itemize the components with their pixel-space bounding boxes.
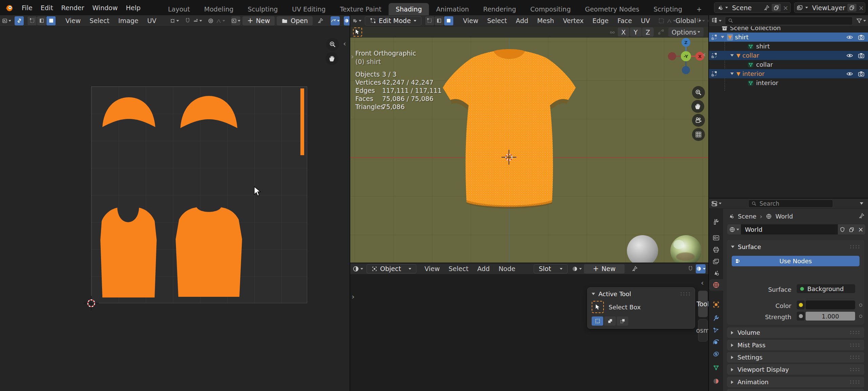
- tab-sculpting[interactable]: Sculpting: [241, 3, 285, 15]
- fake-user-shield-icon[interactable]: [838, 224, 847, 234]
- surface-collapse-icon[interactable]: [731, 246, 734, 248]
- shader-canvas[interactable]: › Active Tool Select Box: [350, 274, 708, 391]
- uv-menu-uv[interactable]: UV: [143, 17, 160, 24]
- hide-eye-icon[interactable]: [846, 70, 853, 77]
- vp-snap-magnet-icon[interactable]: [696, 16, 705, 25]
- panel-collapse-icon[interactable]: [592, 293, 595, 295]
- disable-render-camera-icon[interactable]: [858, 52, 865, 59]
- shader-sidebar-collapse-icon[interactable]: ‹: [701, 279, 704, 287]
- shader-menu-view[interactable]: View: [420, 265, 444, 272]
- object-name[interactable]: shirt: [735, 34, 749, 41]
- shader-menu-add[interactable]: Add: [473, 265, 494, 272]
- object-name[interactable]: interior: [743, 70, 765, 77]
- expand-chevron-icon[interactable]: [730, 54, 734, 57]
- tab-modeling[interactable]: Modeling: [197, 3, 240, 15]
- unlink-world-icon[interactable]: ×: [856, 224, 865, 234]
- panel-grip-handle[interactable]: [680, 292, 691, 296]
- unlink-scene-icon[interactable]: ×: [783, 4, 788, 12]
- strength-slider[interactable]: 1.000: [806, 312, 855, 321]
- options-dropdown[interactable]: Options: [668, 27, 704, 37]
- outliner-row-mesh-interior[interactable]: interior: [709, 78, 868, 87]
- face-select-icon[interactable]: [444, 16, 453, 25]
- vp-menu-mesh[interactable]: Mesh: [533, 17, 558, 24]
- material-browse-icon[interactable]: [572, 264, 582, 273]
- image-open-button[interactable]: Open: [277, 16, 313, 25]
- tab-output[interactable]: [709, 244, 723, 255]
- vp-proportional-donut-icon[interactable]: [706, 16, 708, 25]
- image-browse-icon[interactable]: [231, 16, 240, 25]
- uv-sidebar-collapse-icon[interactable]: ‹: [343, 40, 346, 47]
- disable-render-camera-icon[interactable]: [858, 70, 865, 77]
- vp-toggle-ortho-icon[interactable]: [692, 128, 705, 141]
- uv-snap-magnet-icon[interactable]: [183, 16, 192, 25]
- sidebar-tab-tool[interactable]: Tool: [698, 291, 708, 317]
- outliner-row-object-shirt[interactable]: ▼ shirt: [709, 33, 868, 42]
- expand-chevron-icon[interactable]: [721, 36, 724, 38]
- outliner-search-input[interactable]: [725, 17, 853, 25]
- tab-shading[interactable]: Shading: [389, 3, 429, 15]
- vp-menu-vertex[interactable]: Vertex: [559, 17, 588, 24]
- outliner-filter-icon[interactable]: [856, 16, 866, 25]
- mesh-name[interactable]: interior: [756, 79, 778, 86]
- display-channels-icon[interactable]: [344, 16, 350, 25]
- world-browse-icon[interactable]: [727, 224, 741, 234]
- transform-orientation-dropdown[interactable]: Global: [683, 16, 692, 25]
- mesh-name[interactable]: shirt: [756, 43, 770, 50]
- add-workspace-button[interactable]: +: [689, 3, 709, 15]
- pin-icon[interactable]: [764, 5, 770, 11]
- tab-animation[interactable]: Animation: [429, 3, 476, 15]
- tab-compositing[interactable]: Compositing: [523, 3, 578, 15]
- uv-zoom-icon[interactable]: [326, 38, 339, 51]
- vertex-select-icon[interactable]: [425, 16, 434, 25]
- shirt-mesh[interactable]: [440, 47, 578, 216]
- uv-pivot-icon[interactable]: [170, 16, 179, 25]
- copy-scene-icon[interactable]: [772, 4, 781, 12]
- tab-tool[interactable]: [709, 216, 723, 228]
- menu-window[interactable]: Window: [88, 4, 122, 12]
- tab-particles[interactable]: [709, 325, 723, 336]
- editor-type-outliner-icon[interactable]: [711, 16, 722, 25]
- navigation-gizmo[interactable]: Z X -Y: [667, 38, 705, 75]
- panel-volume[interactable]: Volume: [727, 327, 864, 338]
- uv-edit-overlay-icon[interactable]: [331, 16, 340, 25]
- tab-material[interactable]: [709, 375, 723, 387]
- pin-icon[interactable]: [859, 213, 865, 219]
- pin-icon[interactable]: [630, 264, 639, 273]
- uv-pan-hand-icon[interactable]: [326, 52, 338, 65]
- tab-rendering[interactable]: Rendering: [476, 3, 523, 15]
- color-keyframe-dot[interactable]: [859, 304, 862, 307]
- blender-logo-icon[interactable]: [5, 3, 14, 12]
- menu-help[interactable]: Help: [122, 4, 144, 12]
- outliner-row-mesh-shirt[interactable]: shirt: [709, 42, 868, 51]
- scene-selector[interactable]: Scene ×: [714, 2, 791, 13]
- uv-face-select-icon[interactable]: [46, 16, 56, 25]
- shader-type-dropdown[interactable]: Object: [367, 264, 416, 273]
- shader-menu-select[interactable]: Select: [445, 265, 473, 272]
- uv-proportional-editing-icon[interactable]: [206, 16, 215, 25]
- slot-dropdown[interactable]: Slot: [534, 264, 568, 273]
- shader-overlays-icon[interactable]: [696, 264, 706, 273]
- toolbar-expand-icon[interactable]: ›: [351, 53, 354, 60]
- viewlayer-selector[interactable]: ViewLayer ×: [794, 2, 865, 13]
- vp-zoom-icon[interactable]: [692, 86, 705, 99]
- world-name-field[interactable]: World: [741, 224, 838, 234]
- hide-eye-icon[interactable]: [846, 52, 853, 59]
- editor-type-3d-viewport-icon[interactable]: [352, 16, 361, 25]
- tab-view-layer[interactable]: [709, 256, 723, 267]
- expand-chevron-icon[interactable]: [730, 73, 734, 75]
- editor-type-properties-icon[interactable]: [711, 199, 722, 208]
- shader-snap-magnet-icon[interactable]: [686, 264, 695, 273]
- object-name[interactable]: collar: [743, 52, 759, 59]
- tab-scripting[interactable]: Scripting: [646, 3, 689, 15]
- shader-toolbar-expand-icon[interactable]: ›: [352, 293, 355, 301]
- vp-menu-uv[interactable]: UV: [637, 17, 654, 24]
- tab-scene[interactable]: [709, 267, 723, 279]
- tab-object-data[interactable]: [709, 362, 723, 373]
- menu-edit[interactable]: Edit: [37, 4, 57, 12]
- panel-mist-pass[interactable]: Mist Pass: [727, 340, 864, 350]
- properties-options-chevron-icon[interactable]: [860, 202, 863, 205]
- proportional-falloff-icon[interactable]: [656, 27, 666, 37]
- vp-pan-hand-icon[interactable]: [691, 100, 704, 113]
- uv-edge-select-icon[interactable]: [37, 16, 46, 25]
- vp-proportional-icon[interactable]: [657, 16, 666, 25]
